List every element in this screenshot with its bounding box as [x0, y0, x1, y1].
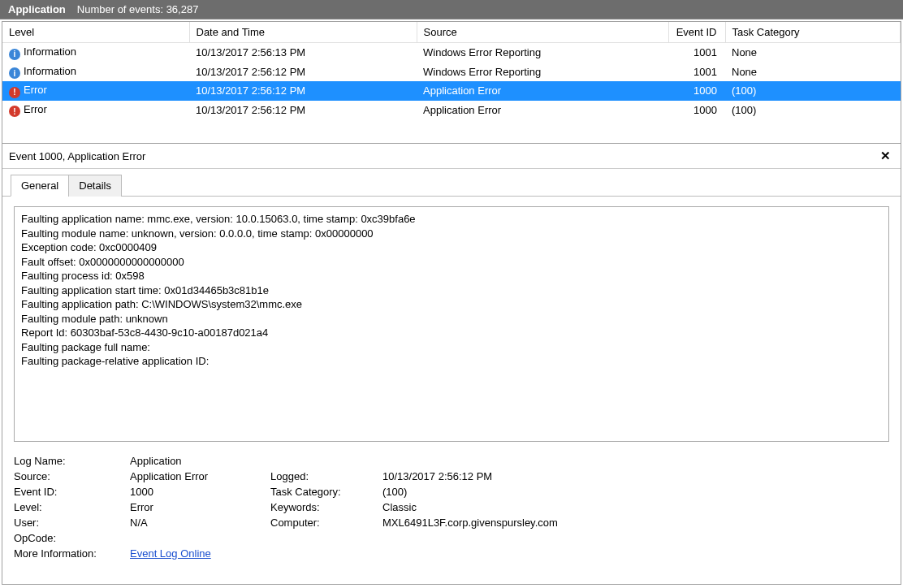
cell-level: Error [24, 103, 47, 115]
error-icon: ! [9, 106, 20, 117]
cell-event-id: 1001 [668, 43, 725, 63]
cell-level: Information [24, 65, 76, 77]
col-source[interactable]: Source [417, 22, 668, 43]
label-log-name: Log Name: [14, 455, 123, 467]
col-date[interactable]: Date and Time [189, 22, 417, 43]
cell-date: 10/13/2017 2:56:12 PM [189, 63, 417, 82]
cell-source: Application Error [417, 101, 668, 120]
value-opcode [130, 532, 264, 544]
app-title: Application [8, 3, 66, 15]
label-task-category: Task Category: [270, 486, 376, 498]
error-icon: ! [9, 87, 20, 98]
value-source: Application Error [130, 470, 264, 482]
cell-event-id: 1000 [668, 81, 725, 101]
event-properties-grid: Log Name: Application Source: Applicatio… [14, 455, 889, 560]
value-logged: 10/13/2017 2:56:12 PM [382, 470, 889, 482]
cell-date: 10/13/2017 2:56:12 PM [189, 101, 417, 120]
cell-event-id: 1001 [668, 63, 725, 82]
cell-task: (100) [725, 101, 901, 120]
tab-details[interactable]: Details [68, 175, 122, 197]
info-icon: i [9, 49, 20, 60]
value-event-id: 1000 [130, 486, 264, 498]
close-icon[interactable]: ✕ [877, 149, 894, 163]
label-more-info: More Information: [14, 547, 123, 560]
event-log-online-link[interactable]: Event Log Online [130, 547, 211, 560]
column-header-row: Level Date and Time Source Event ID Task… [2, 22, 901, 43]
cell-task: None [725, 63, 901, 82]
cell-level: Information [24, 45, 76, 58]
event-list-wrap: Level Date and Time Source Event ID Task… [2, 22, 901, 144]
cell-source: Windows Error Reporting [417, 63, 668, 82]
tab-general[interactable]: General [11, 175, 69, 197]
cell-source: Application Error [417, 81, 668, 101]
cell-task: (100) [725, 81, 901, 101]
col-level[interactable]: Level [2, 22, 189, 43]
col-task[interactable]: Task Category [725, 22, 901, 43]
label-keywords: Keywords: [270, 501, 376, 513]
value-user: N/A [130, 517, 264, 529]
cell-event-id: 1000 [668, 101, 725, 120]
table-row[interactable]: iInformation10/13/2017 2:56:13 PMWindows… [2, 43, 901, 63]
table-row[interactable]: iInformation10/13/2017 2:56:12 PMWindows… [2, 63, 901, 82]
value-computer: MXL6491L3F.corp.givenspursley.com [382, 517, 889, 529]
table-row[interactable]: !Error10/13/2017 2:56:12 PMApplication E… [2, 81, 901, 101]
label-source: Source: [14, 470, 123, 482]
detail-pane: Event 1000, Application Error ✕ General … [2, 144, 901, 584]
cell-level: Error [24, 84, 47, 96]
event-list-scroll[interactable]: Level Date and Time Source Event ID Task… [2, 22, 901, 143]
info-icon: i [9, 67, 20, 79]
event-message[interactable]: Faulting application name: mmc.exe, vers… [14, 206, 889, 442]
detail-header: Event 1000, Application Error ✕ [2, 144, 901, 169]
label-event-id: Event ID: [14, 486, 123, 498]
event-count-label: Number of events: 36,287 [77, 3, 199, 15]
events-table: Level Date and Time Source Event ID Task… [2, 22, 901, 119]
table-row[interactable]: !Error10/13/2017 2:56:12 PMApplication E… [2, 101, 901, 120]
value-keywords: Classic [382, 501, 889, 513]
label-user: User: [14, 517, 123, 529]
main-container: Level Date and Time Source Event ID Task… [2, 21, 901, 585]
col-event-id[interactable]: Event ID [668, 22, 725, 43]
cell-task: None [725, 43, 901, 63]
detail-title: Event 1000, Application Error [9, 150, 145, 162]
value-log-name: Application [130, 455, 264, 467]
label-logged: Logged: [270, 470, 376, 482]
cell-date: 10/13/2017 2:56:12 PM [189, 81, 417, 101]
tabs: General Details [2, 169, 901, 197]
value-level: Error [130, 501, 264, 513]
cell-date: 10/13/2017 2:56:13 PM [189, 43, 417, 63]
label-computer: Computer: [270, 517, 376, 529]
tab-content-general: Faulting application name: mmc.exe, vers… [2, 197, 901, 584]
cell-source: Windows Error Reporting [417, 43, 668, 63]
label-level: Level: [14, 501, 123, 513]
value-task-category: (100) [382, 486, 889, 498]
label-opcode: OpCode: [14, 532, 123, 544]
titlebar: Application Number of events: 36,287 [0, 0, 903, 19]
